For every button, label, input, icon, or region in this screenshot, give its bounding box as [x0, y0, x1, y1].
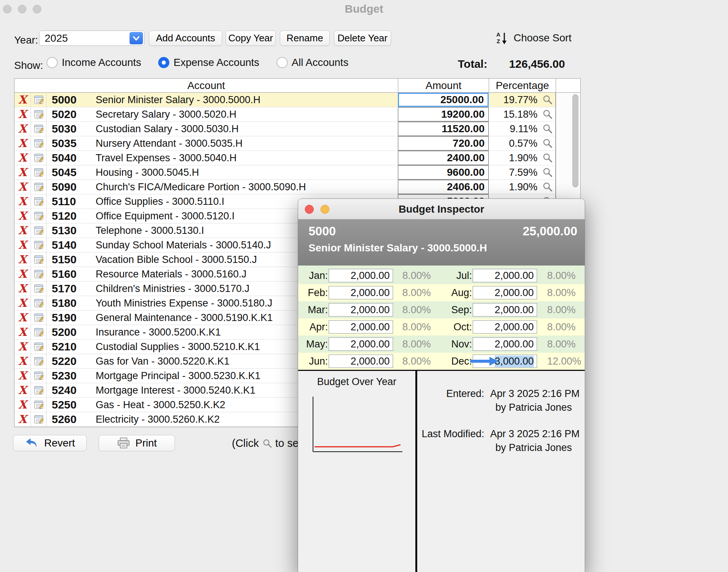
edit-account-button[interactable]: [31, 180, 47, 194]
account-row[interactable]: X5090Church's FICA/Medicare Portion - 30…: [15, 180, 580, 194]
inspector-minimize-button[interactable]: [320, 205, 329, 214]
rename-button[interactable]: Rename: [280, 31, 330, 46]
edit-account-button[interactable]: [31, 194, 47, 209]
edit-account-button[interactable]: [31, 296, 47, 310]
delete-account-button[interactable]: X: [15, 180, 31, 194]
edit-account-button[interactable]: [31, 354, 47, 368]
magnifier-icon[interactable]: [542, 152, 553, 163]
minimize-button[interactable]: [18, 5, 26, 13]
radio-income-accounts[interactable]: Income Accounts: [47, 57, 141, 69]
magnifier-icon[interactable]: [542, 167, 553, 178]
delete-account-button[interactable]: X: [15, 412, 31, 426]
delete-account-button[interactable]: X: [15, 340, 31, 354]
add-accounts-button[interactable]: Add Accounts: [149, 31, 222, 46]
delete-account-button[interactable]: X: [15, 165, 31, 179]
account-column-header[interactable]: Account: [15, 79, 398, 92]
edit-account-button[interactable]: [31, 223, 47, 238]
edit-account-button[interactable]: [31, 398, 47, 412]
edit-account-button[interactable]: [31, 136, 47, 150]
account-row[interactable]: X5020Secretary Salary - 3000.5020.H19200…: [15, 107, 580, 122]
delete-account-button[interactable]: X: [15, 296, 31, 310]
year-dropdown[interactable]: 2025: [39, 31, 144, 46]
edit-account-button[interactable]: [31, 209, 47, 223]
magnifier-icon[interactable]: [542, 109, 553, 120]
edit-account-button[interactable]: [31, 122, 47, 136]
magnifier-icon[interactable]: [542, 181, 553, 193]
delete-account-button[interactable]: X: [15, 238, 31, 252]
account-row[interactable]: X5000Senior Minister Salary - 3000.5000.…: [15, 93, 580, 107]
delete-account-button[interactable]: X: [15, 136, 31, 150]
edit-account-button[interactable]: [31, 107, 47, 121]
month-amount-input[interactable]: 2,000.00: [329, 355, 393, 368]
amount-field[interactable]: 720.00: [398, 136, 489, 150]
delete-account-button[interactable]: X: [15, 267, 31, 281]
delete-account-button[interactable]: X: [15, 311, 31, 325]
amount-field[interactable]: 11520.00: [398, 122, 489, 136]
month-amount-input[interactable]: 2,000.00: [329, 303, 393, 317]
account-row[interactable]: X5045Housing - 3000.5045.H9600.007.59%: [15, 165, 580, 180]
delete-year-button[interactable]: Delete Year: [334, 31, 391, 46]
close-button[interactable]: [3, 5, 12, 13]
edit-account-button[interactable]: [31, 252, 47, 267]
delete-account-button[interactable]: X: [15, 122, 31, 136]
delete-account-button[interactable]: X: [15, 369, 31, 383]
month-amount-input[interactable]: 2,000.00: [473, 337, 537, 351]
delete-account-button[interactable]: X: [15, 223, 31, 238]
copy-year-button[interactable]: Copy Year: [226, 31, 276, 46]
delete-account-button[interactable]: X: [15, 252, 31, 267]
month-amount-input[interactable]: 2,000.00: [473, 320, 537, 334]
edit-account-button[interactable]: [31, 325, 47, 339]
delete-icon: X: [18, 327, 27, 338]
amount-field[interactable]: 19200.00: [398, 107, 489, 121]
edit-account-button[interactable]: [31, 311, 47, 325]
month-amount-input[interactable]: 2,000.00: [329, 337, 393, 351]
delete-account-button[interactable]: X: [15, 325, 31, 339]
radio-all-accounts[interactable]: All Accounts: [277, 57, 349, 69]
account-row[interactable]: X5030Custodian Salary - 3000.5030.H11520…: [15, 122, 580, 136]
edit-account-button[interactable]: [31, 282, 47, 296]
magnifier-icon[interactable]: [542, 123, 553, 134]
month-amount-input[interactable]: 2,000.00: [329, 286, 393, 299]
zoom-button[interactable]: [33, 5, 41, 13]
delete-account-button[interactable]: X: [15, 151, 31, 165]
delete-account-button[interactable]: X: [15, 282, 31, 296]
amount-field[interactable]: 2400.00: [398, 151, 489, 165]
delete-account-button[interactable]: X: [15, 209, 31, 223]
delete-account-button[interactable]: X: [15, 194, 31, 209]
delete-account-button[interactable]: X: [15, 383, 31, 397]
scrollbar-thumb[interactable]: [572, 94, 578, 187]
amount-column-header[interactable]: Amount: [398, 79, 489, 92]
month-amount-input[interactable]: 2,000.00: [329, 269, 393, 282]
amount-field[interactable]: 25000.00: [398, 93, 489, 107]
edit-account-button[interactable]: [31, 369, 47, 383]
delete-account-button[interactable]: X: [15, 398, 31, 412]
edit-account-button[interactable]: [31, 267, 47, 281]
magnifier-icon[interactable]: [542, 138, 553, 149]
radio-expense-accounts[interactable]: Expense Accounts: [158, 57, 259, 69]
month-amount-input[interactable]: 2,000.00: [473, 269, 537, 282]
edit-account-button[interactable]: [31, 412, 47, 426]
edit-account-button[interactable]: [31, 151, 47, 165]
delete-account-button[interactable]: X: [15, 93, 31, 107]
percentage-column-header[interactable]: Percentage: [489, 79, 556, 92]
edit-account-button[interactable]: [31, 383, 47, 397]
edit-account-button[interactable]: [31, 340, 47, 354]
account-row[interactable]: X5040Travel Expenses - 3000.5040.H2400.0…: [15, 151, 580, 165]
inspector-close-button[interactable]: [305, 205, 314, 214]
delete-icon: X: [18, 414, 27, 425]
amount-field[interactable]: 2406.00: [398, 180, 489, 194]
choose-sort-button[interactable]: A Z Choose Sort: [495, 31, 572, 45]
edit-account-button[interactable]: [31, 93, 47, 107]
magnifier-icon[interactable]: [542, 94, 553, 105]
month-amount-input[interactable]: 2,000.00: [473, 303, 537, 317]
print-button[interactable]: Print: [99, 435, 175, 451]
amount-field[interactable]: 9600.00: [398, 165, 489, 179]
delete-account-button[interactable]: X: [15, 107, 31, 121]
edit-account-button[interactable]: [31, 238, 47, 252]
edit-account-button[interactable]: [31, 165, 47, 179]
revert-button[interactable]: Revert: [13, 435, 87, 451]
account-row[interactable]: X5035Nursery Attendant - 3000.5035.H720.…: [15, 136, 580, 151]
delete-account-button[interactable]: X: [15, 354, 31, 368]
month-amount-input[interactable]: 2,000.00: [473, 286, 537, 299]
month-amount-input[interactable]: 2,000.00: [329, 320, 393, 334]
